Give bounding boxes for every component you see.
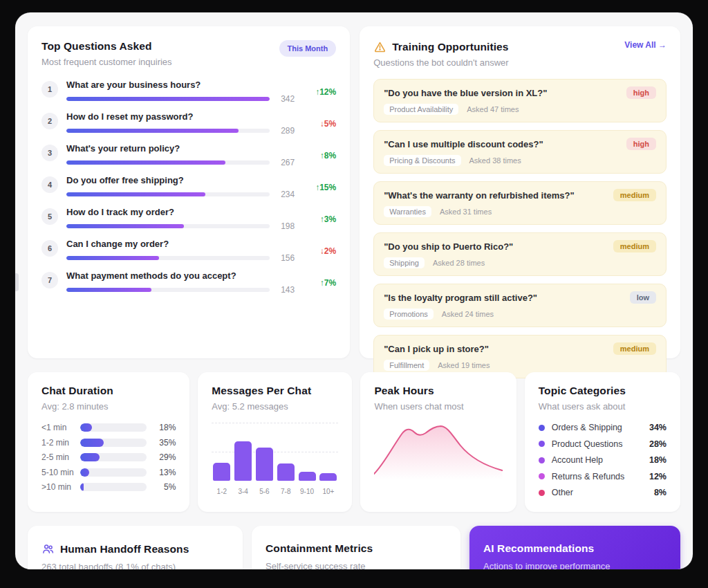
training-item[interactable]: "What's the warranty on refurbished item… [373,181,667,225]
question-count: 267 [277,158,295,167]
people-icon [41,542,55,555]
peak-hours-subtitle: When users chat most [374,401,502,412]
category-chip: Promotions [384,309,434,320]
topic-percent: 18% [649,455,667,465]
training-item[interactable]: "Is the loyalty program still active?" l… [373,284,667,327]
messages-x-label: 7-8 [281,488,290,495]
topic-color-dot [539,425,545,431]
priority-badge: low [630,291,656,304]
messages-bar-column [213,463,230,481]
question-text: What's your return policy? [66,143,295,154]
top-question-row: 4 Do you offer free shipping? 234 ↑15% [41,175,336,199]
question-main: What's your return policy? 267 [66,143,295,167]
duration-label: 2-5 min [41,452,73,462]
duration-row: >10 min 5% [41,482,176,492]
question-bar-fill [66,192,205,196]
category-chip: Warranties [384,206,431,217]
topic-categories-title: Topic Categories [539,385,667,397]
training-list: "Do you have the blue version in XL?" hi… [373,79,667,378]
messages-title: Messages Per Chat [212,385,338,397]
question-change: ↓2% [303,246,336,256]
question-main: Do you offer free shipping? 234 [66,175,295,199]
handoff-title: Human Handoff Reasons [60,543,189,555]
this-month-filter[interactable]: This Month [279,40,337,57]
question-count: 143 [277,285,295,295]
duration-bar-track [80,468,147,477]
question-bar-fill [66,224,184,228]
messages-bar [213,463,230,481]
topic-percent: 8% [654,488,667,497]
training-opportunities-card: Training Opportunities Questions the bot… [360,26,680,358]
asked-count: Asked 19 times [438,361,490,369]
ai-recommendations-title: AI Recommendations [483,542,667,555]
question-main: What are your business hours? 342 [66,80,295,104]
priority-badge: medium [613,240,656,252]
topic-row: Other 8% [539,488,667,497]
question-main: Can I change my order? 156 [66,239,295,263]
question-text: What are your business hours? [66,80,295,90]
chat-duration-title: Chat Duration [41,385,176,397]
training-item[interactable]: "Do you ship to Puerto Rico?" medium Shi… [373,232,667,276]
messages-bar [299,472,316,481]
question-rank: 1 [41,81,58,98]
question-count: 234 [277,190,295,199]
topic-categories-subtitle: What users ask about [539,401,667,412]
question-rank: 4 [41,176,58,193]
question-count: 156 [277,253,295,263]
asked-count: Asked 31 times [440,208,492,216]
asked-count: Asked 38 times [469,156,521,165]
messages-per-chat-card: Messages Per Chat Avg: 5.2 messages 1-2 … [198,372,352,512]
question-bar-fill [66,288,151,292]
category-chip: Shipping [384,257,425,268]
duration-percent: 5% [153,482,176,492]
duration-row: 5-10 min 13% [41,468,176,477]
top-question-row: 1 What are your business hours? 342 ↑12% [41,80,336,104]
topic-color-dot [539,473,545,479]
messages-x-axis: 1-2 3-4 5-6 7-8 9-10 10+ [213,484,337,492]
messages-bar-chart: 1-2 3-4 5-6 7-8 9-10 10+ [212,423,338,492]
view-all-link[interactable]: View All → [624,40,667,50]
duration-bar-track [80,453,147,461]
question-change: ↑7% [303,278,336,288]
question-bar-fill [66,129,239,133]
training-question: "Do you have the blue version in XL?" [384,88,547,98]
middle-row: Chat Duration Avg: 2.8 minutes <1 min 18… [28,372,680,512]
top-questions-title: Top Questions Asked [41,40,172,53]
topic-label: Account Help [552,455,642,465]
panel-edge-notch [15,273,19,291]
question-text: Can I change my order? [66,239,295,249]
messages-label-column: 3-4 [234,484,252,495]
messages-x-label: 3-4 [238,488,248,495]
duration-bar-fill [80,439,104,447]
topic-row: Account Help 18% [539,455,667,465]
containment-title: Containment Metrics [266,542,447,555]
duration-bar-track [80,423,147,432]
topic-row: Product Questions 28% [539,439,667,449]
question-bar-track [66,288,270,292]
duration-bar-track [80,483,147,491]
ai-recommendations-card[interactable]: AI Recommendations Actions to improve pe… [469,526,680,569]
messages-x-label: 10+ [322,488,334,495]
duration-percent: 18% [153,423,176,432]
messages-bar [234,441,252,481]
duration-label: 5-10 min [41,468,73,477]
priority-badge: medium [613,342,656,355]
training-item[interactable]: "Can I use multiple discount codes?" hig… [373,130,667,174]
top-questions-list: 1 What are your business hours? 342 ↑12%… [41,80,336,295]
duration-percent: 13% [153,468,176,477]
question-change: ↑8% [303,151,336,160]
category-chip: Pricing & Discounts [384,155,460,166]
question-text: Do you offer free shipping? [66,175,295,185]
topic-categories-list: Orders & Shipping 34% Product Questions … [539,423,667,497]
training-question: "Can I pick up in store?" [384,344,489,354]
question-text: How do I track my order? [66,207,295,217]
messages-x-label: 5-6 [259,488,269,495]
priority-badge: high [626,86,656,99]
training-subtitle: Questions the bot couldn't answer [373,57,508,68]
training-item[interactable]: "Do you have the blue version in XL?" hi… [373,79,667,122]
duration-row: 2-5 min 29% [41,452,176,462]
asked-count: Asked 24 times [442,310,494,318]
topic-label: Product Questions [552,439,642,449]
human-handoff-card: Human Handoff Reasons 263 total handoffs… [28,526,243,569]
question-bar-track [66,256,270,260]
